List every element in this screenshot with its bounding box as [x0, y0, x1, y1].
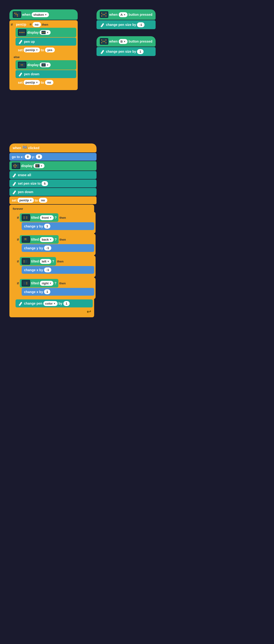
minus1-value[interactable]: -1: [137, 22, 145, 27]
yes-value[interactable]: yes: [45, 48, 55, 52]
y-change-1[interactable]: 1: [44, 224, 50, 228]
y-value[interactable]: 0: [36, 154, 42, 159]
svg-point-12: [18, 16, 19, 16]
microbit-icon-6: [12, 162, 20, 169]
change-pen-size-minus1[interactable]: change pen size by -1: [97, 20, 156, 29]
display-dropdown-2[interactable]: ▼: [40, 62, 51, 67]
svg-point-136: [26, 218, 27, 219]
pen-icon-2: [18, 72, 23, 77]
y-change-minus1[interactable]: -1: [44, 246, 52, 250]
forever-label: forever: [12, 206, 24, 211]
svg-point-92: [104, 42, 105, 43]
tilted-front-condition[interactable]: tilted front ▼ ?: [20, 213, 59, 222]
if-back-label: if: [17, 238, 19, 241]
set-pen-size-block[interactable]: set pen size to 5: [10, 180, 97, 188]
display-block-2[interactable]: display: [16, 60, 76, 70]
display-dropdown-1[interactable]: ▼: [40, 30, 51, 35]
svg-point-145: [26, 239, 27, 240]
svg-point-109: [36, 165, 37, 165]
erase-all-block[interactable]: erase all: [10, 171, 97, 179]
svg-point-63: [43, 66, 44, 66]
tilted-right-condition[interactable]: tilted right ▼ ?: [20, 279, 58, 288]
pen-icon-1: [18, 39, 23, 44]
when-shaken-hat[interactable]: when shaken ▼: [10, 10, 78, 20]
svg-point-147: [25, 240, 25, 241]
tilted-left-condition[interactable]: tilted left ▼ ?: [20, 257, 56, 266]
change-x-1[interactable]: change x by 1: [22, 288, 94, 296]
svg-point-17: [24, 30, 25, 32]
svg-point-87: [103, 41, 104, 42]
pen-up-block[interactable]: pen up: [16, 38, 76, 46]
svg-point-32: [43, 32, 44, 33]
svg-point-76: [101, 16, 102, 16]
pen-down-block-2[interactable]: pen down: [10, 188, 97, 196]
svg-point-15: [21, 30, 22, 32]
no-value-3[interactable]: no: [39, 198, 47, 203]
svg-point-97: [15, 164, 16, 165]
no-value-2[interactable]: no: [45, 80, 54, 85]
penup-dropdown-3[interactable]: penUp ▼: [18, 198, 34, 203]
when-b-hat[interactable]: when B ▼ button pressed: [97, 36, 156, 46]
change-x-minus1[interactable]: change x by -1: [22, 266, 94, 274]
button-pressed-label-a: button pressed: [129, 13, 152, 16]
svg-point-91: [103, 42, 104, 43]
shaken-section: when shaken ▼ if penUp = no: [10, 10, 78, 90]
no-value[interactable]: no: [33, 22, 41, 27]
set-penup-no-2[interactable]: set penUp ▼ to no: [10, 196, 97, 204]
svg-point-34: [45, 32, 46, 33]
tilted-back-condition[interactable]: tilted back ▼ ?: [20, 235, 59, 244]
pen-down-block-1[interactable]: pen down: [16, 70, 76, 78]
plus1-value[interactable]: 1: [137, 49, 143, 54]
button-b-dropdown[interactable]: B ▼: [119, 39, 128, 44]
change-y-minus1[interactable]: change y by -1: [22, 244, 94, 252]
x-change-minus1[interactable]: -1: [44, 268, 52, 272]
svg-point-18: [19, 32, 20, 33]
svg-point-54: [42, 64, 43, 64]
right-dropdown[interactable]: right ▼: [40, 281, 54, 286]
svg-point-114: [37, 166, 38, 166]
svg-point-170: [26, 283, 26, 284]
pen-size-value[interactable]: 5: [42, 181, 48, 186]
if-tilted-back: if: [16, 234, 96, 255]
svg-point-176: [18, 304, 19, 306]
pen-icon-8: [18, 301, 23, 306]
display-block-1[interactable]: display: [16, 28, 76, 37]
set-pen-up-yes[interactable]: set penUp ▼ to yes: [16, 46, 76, 54]
set-pen-up-no[interactable]: set penUp ▼ to no: [16, 78, 76, 86]
front-dropdown[interactable]: front ▼: [40, 215, 54, 220]
change-pen-size-plus1[interactable]: change pen size by 1: [97, 47, 156, 56]
change-pen-color[interactable]: change pen color ▼ by 1: [16, 300, 93, 308]
svg-point-106: [16, 167, 17, 168]
else-body: display: [11, 60, 76, 86]
x-change-1[interactable]: 1: [44, 289, 50, 294]
pen-color-dropdown[interactable]: color ▼: [43, 301, 58, 306]
x-value[interactable]: 0: [25, 154, 31, 159]
display-dropdown-3[interactable]: ▼: [34, 164, 45, 168]
shaken-dropdown[interactable]: shaken ▼: [32, 12, 49, 17]
pen-color-value[interactable]: 1: [63, 301, 70, 306]
if-body: display: [11, 28, 76, 54]
when-a-hat[interactable]: when A ▼ button pressed: [97, 10, 156, 20]
change-y-1[interactable]: change y by 1: [22, 222, 94, 230]
svg-point-175: [26, 284, 27, 284]
penup-var-dropdown-2[interactable]: penUp ▼: [24, 80, 40, 85]
if-tilted-front: if: [16, 212, 96, 233]
svg-point-131: [26, 217, 26, 218]
svg-point-69: [103, 13, 104, 14]
svg-point-30: [45, 31, 46, 32]
when-flag-hat[interactable]: when 🏁 clicked: [10, 144, 97, 152]
back-dropdown[interactable]: back ▼: [40, 237, 54, 242]
svg-point-128: [26, 216, 27, 217]
svg-point-61: [45, 65, 46, 66]
svg-point-94: [100, 53, 101, 54]
goto-block[interactable]: go to x: 0 y: 0: [10, 153, 97, 161]
svg-point-27: [42, 31, 43, 32]
left-dropdown[interactable]: left ▼: [40, 259, 51, 264]
svg-point-37: [44, 33, 45, 34]
svg-point-125: [24, 216, 24, 217]
pen-up-var-block[interactable]: penUp: [14, 22, 29, 27]
penup-var-dropdown[interactable]: penUp ▼: [24, 48, 40, 52]
svg-point-4: [18, 13, 19, 14]
display-block-3[interactable]: display: [10, 161, 97, 170]
button-a-dropdown[interactable]: A ▼: [119, 12, 128, 17]
